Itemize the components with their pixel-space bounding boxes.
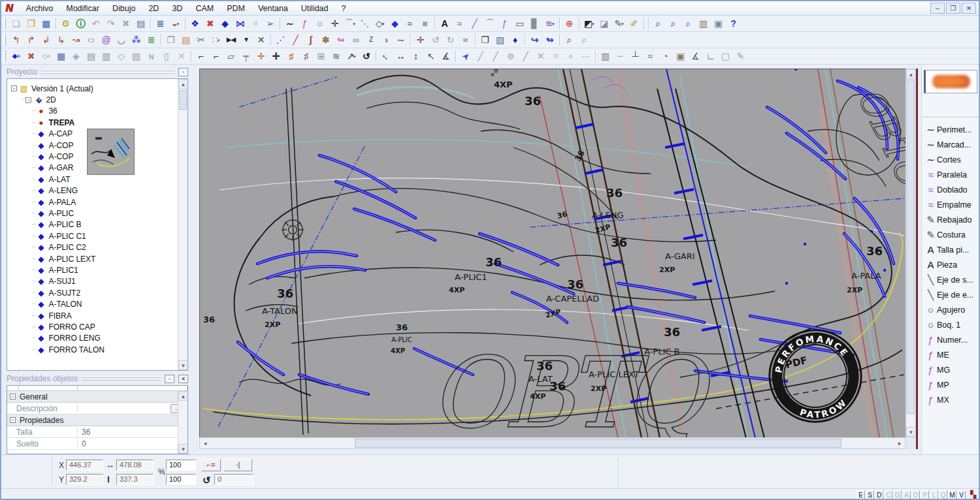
talla-value[interactable]: 36	[78, 428, 188, 437]
mode-toggle-g[interactable]: G	[893, 490, 902, 500]
menu-ventana[interactable]: Ventana	[252, 3, 295, 14]
line-segment-mid-button[interactable]: ╱	[488, 50, 503, 63]
tree-item-a-plic1[interactable]: ┄◆A-PLIC1	[7, 264, 177, 275]
menu-archivo[interactable]: Archivo	[20, 3, 60, 14]
seam-allowance-alt-button[interactable]: ♯	[299, 50, 314, 63]
tree-item-36[interactable]: ┄●36	[7, 106, 177, 117]
menu-cam[interactable]: CAM	[189, 3, 220, 14]
panel-grab-handle[interactable]	[41, 70, 174, 74]
pink-curves-button[interactable]: ↬	[333, 33, 348, 47]
tree-item-a-leng[interactable]: ┄◆A-LENG	[7, 185, 177, 196]
restore-button[interactable]: ❐	[946, 3, 960, 14]
menu-3d[interactable]: 3D	[165, 3, 189, 14]
delete-piece-button[interactable]: ✖	[203, 17, 218, 31]
rotate-icon[interactable]: ↺	[203, 475, 211, 486]
box-plus-button[interactable]: ⊞	[314, 50, 329, 63]
zoom-page-button[interactable]: ⌕	[681, 17, 696, 31]
point-edit-button[interactable]: ∷▾	[208, 33, 223, 47]
circle-tool-button[interactable]: ○	[312, 17, 327, 31]
blue-point-line-button[interactable]: ⋰	[273, 33, 288, 47]
node-snap-button[interactable]: ·{	[223, 459, 252, 471]
dots-trail-button[interactable]: ⋯	[578, 50, 593, 63]
toolbar-handle[interactable]	[4, 34, 6, 46]
corner-view-button[interactable]: ◩▾	[581, 17, 596, 31]
delete-button[interactable]: ✖	[118, 17, 133, 31]
tree-item-a-plic-b[interactable]: ┄◆A-PLIC B	[7, 219, 177, 230]
measure-vertical-button[interactable]: ↕	[408, 50, 423, 63]
menu-2d[interactable]: 2D	[142, 3, 165, 14]
menu-dibujo[interactable]: Dibujo	[106, 3, 142, 14]
mode-toggle-a[interactable]: A	[902, 490, 911, 500]
corner-trim-button[interactable]: ⌐	[193, 50, 208, 63]
stamp-tool-button[interactable]: ▊	[527, 17, 542, 31]
dotted-tee-button[interactable]: ┯	[238, 50, 253, 63]
mode-toggle-v[interactable]: V	[957, 490, 966, 500]
red-line-button[interactable]: ╱	[288, 33, 303, 47]
tool-rebajado[interactable]: ✎Rebajado	[924, 212, 980, 227]
wave-tool-button[interactable]: ≈	[452, 17, 467, 31]
undo-button[interactable]: ↶	[88, 17, 103, 31]
canvas-horizontal-scrollbar[interactable]: ◂ ▸	[199, 437, 906, 449]
tool-eje-de-s[interactable]: ╲Eje de s...	[924, 272, 980, 287]
scroll-up-icon[interactable]: ▲	[906, 69, 916, 79]
tree-expander[interactable]: -	[11, 86, 17, 91]
slot-tool-button[interactable]: ◡	[114, 33, 129, 47]
link-curves-button[interactable]: ∞	[348, 33, 363, 47]
paste-button[interactable]: ▤	[178, 33, 193, 47]
height-field[interactable]: 337.3	[116, 474, 154, 485]
cut-scissors-button[interactable]: ✂	[193, 33, 208, 47]
tool-pieza[interactable]: APieza	[924, 257, 980, 272]
spiral-tool-button[interactable]: @	[99, 33, 114, 47]
double-wave-gray-button[interactable]: ≈	[643, 50, 658, 63]
x-gray-button[interactable]: ✕	[174, 50, 189, 63]
curve-pen-button[interactable]: ʃ	[303, 33, 318, 47]
rotation-field[interactable]: 0	[214, 474, 253, 485]
panel-grab-handle[interactable]	[82, 377, 161, 381]
scroll-up-icon[interactable]: ▲	[178, 391, 188, 401]
redo-button[interactable]: ↷	[103, 17, 118, 31]
text-tool-button[interactable]: A	[437, 17, 452, 31]
pin-line-button[interactable]: ✛	[413, 33, 428, 47]
small-dot-button[interactable]: ∘	[563, 50, 578, 63]
cursor-arc-button[interactable]: ↖	[423, 50, 438, 63]
pen-pair-button[interactable]: ✎▾	[612, 17, 627, 31]
properties-editor-button[interactable]: ▤	[133, 17, 148, 31]
new-document-button[interactable]: ❏	[8, 17, 24, 31]
tree-scroll-thumb[interactable]	[179, 90, 187, 110]
burst-tool-button[interactable]: ✽	[318, 33, 333, 47]
ruler-dashed-button[interactable]: ┄	[613, 50, 628, 63]
mode-toggle-q[interactable]: Q	[939, 490, 947, 500]
target-tool-button[interactable]: ⊕	[562, 17, 577, 31]
tree-item-a-plic[interactable]: ┄◆A-PLIC	[7, 208, 177, 219]
panel-close-button[interactable]: ✕	[178, 375, 188, 383]
scroll-down-icon[interactable]: ▼	[906, 427, 916, 437]
tee-line-button[interactable]: ┴	[628, 50, 643, 63]
settings-gear-button[interactable]: ⚙	[58, 17, 73, 31]
points-star-button[interactable]: ⁂	[129, 33, 144, 47]
double-wave-tool-button[interactable]: ≋▾	[542, 17, 557, 31]
lasso-circle-button[interactable]: ◔	[658, 50, 673, 63]
arrow-cross-button[interactable]: ↗▾	[344, 50, 359, 63]
menu-item[interactable]: ?	[335, 3, 353, 14]
mode-toggle-m[interactable]: M	[948, 490, 956, 500]
mode-toggle-o[interactable]: O	[911, 490, 920, 500]
spline-tool-button[interactable]: ƒ	[497, 17, 512, 31]
path-n-button[interactable]: ɴ	[144, 50, 159, 63]
hatch-tool-button[interactable]: ▨	[493, 33, 508, 47]
panel-float-button[interactable]: ▫	[165, 375, 174, 383]
piece-delete-button[interactable]: ✖	[24, 50, 39, 63]
scale-y-field[interactable]: 100	[166, 474, 196, 485]
last-lines-button[interactable]: ≀≀	[248, 17, 263, 31]
mirror-piece-button[interactable]: ⋈	[233, 17, 248, 31]
scroll-left-icon[interactable]: ◂	[200, 438, 210, 448]
play-markers-button[interactable]: ▶◀	[223, 33, 238, 47]
point-tool-button[interactable]: ✛	[327, 17, 342, 31]
tree-item-a-sujt2[interactable]: ┄◆A-SUJT2	[7, 287, 177, 298]
toolbar-handle[interactable]	[4, 50, 6, 62]
ruler-ticks-button[interactable]: ▥	[598, 50, 613, 63]
scroll-right-icon[interactable]: ▸	[894, 438, 905, 448]
fillet-arc-down-button[interactable]: ↲	[39, 33, 54, 47]
box-i-button[interactable]: ▯	[159, 50, 174, 63]
corner-trim-red-button[interactable]: ⌐	[208, 50, 223, 63]
status-flag-icon[interactable]: ▚	[968, 490, 979, 500]
